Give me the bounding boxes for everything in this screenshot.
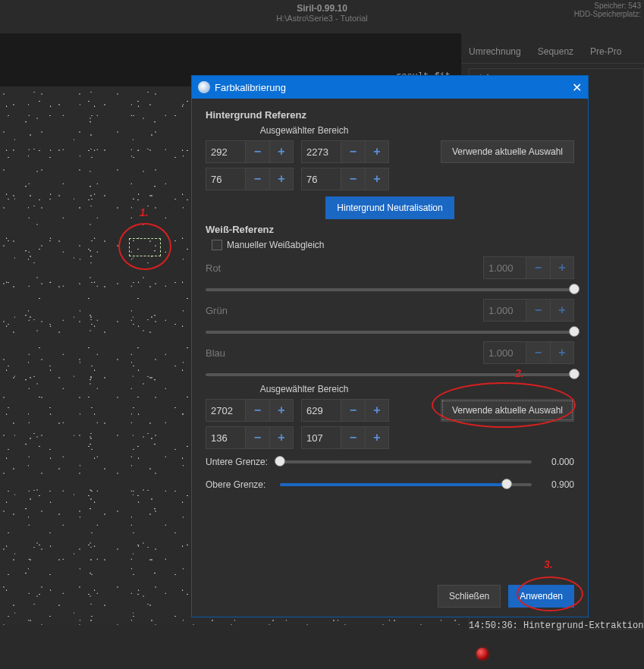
bg-x-input[interactable]	[206, 140, 245, 163]
bg-w-spin: − +	[206, 168, 294, 190]
green-label: Grün	[206, 305, 228, 316]
white-x-increment[interactable]: +	[269, 399, 294, 422]
titlebar: Siril-0.99.10 H:\Astro\Serie3 - Tutorial…	[0, 0, 644, 30]
tab-conversion[interactable]: Umrechnung	[469, 46, 521, 57]
upper-limit-label: Obere Grenze:	[206, 479, 272, 490]
white-w-decrement[interactable]: −	[245, 426, 269, 449]
bg-w-increment[interactable]: +	[269, 168, 294, 190]
app-subtitle: H:\Astro\Serie3 - Tutorial	[0, 14, 644, 23]
bg-y-decrement[interactable]: −	[341, 140, 365, 163]
top-status: Speicher: 543 HDD-Speicherplatz:	[574, 2, 641, 18]
annotation-circle-3	[517, 576, 583, 611]
tab-preproc[interactable]: Pre-Pro	[590, 46, 621, 57]
white-subhead: Ausgewählter Bereich	[206, 384, 403, 394]
bg-y-increment[interactable]: +	[365, 140, 389, 163]
selection-rectangle[interactable]	[129, 238, 161, 256]
bg-h-input[interactable]	[301, 168, 341, 190]
tab-sequence[interactable]: Sequenz	[538, 46, 573, 57]
annotation-text-3: 3.	[544, 558, 553, 570]
blue-slider-thumb[interactable]	[569, 369, 580, 379]
bg-h-spin: − +	[301, 168, 389, 190]
app-icon	[198, 81, 210, 93]
green-decrement[interactable]: −	[526, 299, 550, 322]
status-memory: Speicher: 543	[574, 2, 641, 10]
bg-subhead: Ausgewählter Bereich	[206, 125, 403, 136]
bg-h-decrement[interactable]: −	[341, 168, 365, 190]
blue-decrement[interactable]: −	[526, 341, 550, 364]
dialog-title: Farbkalibrierung	[215, 82, 286, 93]
blue-increment[interactable]: +	[550, 341, 574, 364]
bg-x-decrement[interactable]: −	[245, 140, 269, 163]
bg-use-selection-button[interactable]: Verwende aktuelle Auswahl	[441, 140, 574, 163]
green-slider-thumb[interactable]	[569, 326, 580, 337]
dialog-titlebar[interactable]: Farbkalibrierung ✕	[192, 76, 588, 99]
red-decrement[interactable]: −	[526, 256, 550, 279]
white-y-spin: − +	[301, 399, 389, 422]
white-y-decrement[interactable]: −	[341, 399, 365, 422]
status-led-icon	[476, 648, 488, 660]
log-tail: 14:50:36: Hintergrund-Extraktion	[469, 620, 643, 631]
white-x-input[interactable]	[206, 399, 245, 422]
upper-limit-thumb[interactable]	[501, 479, 512, 489]
green-spin: − +	[483, 299, 574, 322]
bg-neutralize-button[interactable]: Hintergrund Neutralisation	[325, 196, 454, 219]
upper-limit-value: 0.900	[539, 479, 574, 490]
red-spin: − +	[483, 256, 574, 279]
manual-whitebalance-checkbox[interactable]	[212, 240, 222, 250]
green-increment[interactable]: +	[550, 299, 574, 322]
lower-limit-value: 0.000	[539, 457, 574, 467]
bg-x-increment[interactable]: +	[269, 140, 294, 163]
bg-y-spin: − +	[301, 140, 389, 163]
bg-w-input[interactable]	[206, 168, 245, 190]
red-increment[interactable]: +	[550, 256, 574, 279]
bg-h-increment[interactable]: +	[365, 168, 389, 190]
white-x-decrement[interactable]: −	[245, 399, 269, 422]
bg-y-input[interactable]	[301, 140, 341, 163]
blue-input[interactable]	[483, 341, 526, 364]
red-slider-thumb[interactable]	[569, 284, 580, 294]
annotation-text-2: 2.	[515, 367, 524, 379]
annotation-circle-2	[432, 382, 576, 428]
white-h-input[interactable]	[301, 426, 341, 449]
white-h-increment[interactable]: +	[365, 426, 389, 449]
blue-spin: − +	[483, 341, 574, 364]
lower-limit-thumb[interactable]	[275, 456, 285, 466]
white-h-spin: − +	[301, 426, 389, 449]
close-icon[interactable]: ✕	[572, 80, 582, 95]
white-w-increment[interactable]: +	[269, 426, 294, 449]
lower-limit-slider[interactable]	[280, 460, 532, 463]
white-w-input[interactable]	[206, 426, 245, 449]
red-label: Rot	[206, 262, 221, 274]
white-heading: Weiß-Referenz	[206, 224, 574, 235]
white-h-decrement[interactable]: −	[341, 426, 365, 449]
app-title: Siril-0.99.10	[0, 3, 644, 14]
white-x-spin: − +	[206, 399, 294, 422]
white-y-increment[interactable]: +	[365, 399, 389, 422]
status-disk: HDD-Speicherplatz:	[574, 10, 641, 18]
manual-whitebalance-row[interactable]: Manueller Weißabgleich	[212, 240, 574, 250]
side-tabs: Umrechnung Sequenz Pre-Pro	[461, 39, 644, 64]
lower-limit-label: Untere Grenze:	[206, 457, 272, 467]
manual-whitebalance-label: Manueller Weißabgleich	[227, 240, 325, 250]
annotation-text-1: 1.	[140, 206, 149, 218]
green-input[interactable]	[483, 299, 526, 322]
white-y-input[interactable]	[301, 399, 341, 422]
bg-w-decrement[interactable]: −	[245, 168, 269, 190]
upper-limit-slider[interactable]	[280, 483, 532, 486]
red-slider[interactable]	[206, 288, 574, 291]
color-calibration-dialog: Farbkalibrierung ✕ Hintergrund Referenz …	[191, 75, 589, 617]
white-w-spin: − +	[206, 426, 294, 449]
red-input[interactable]	[483, 256, 526, 279]
close-button[interactable]: Schließen	[438, 585, 501, 608]
blue-label: Blau	[206, 347, 225, 359]
bg-heading: Hintergrund Referenz	[206, 109, 574, 121]
green-slider[interactable]	[206, 331, 574, 334]
bg-x-spin: − +	[206, 140, 294, 163]
